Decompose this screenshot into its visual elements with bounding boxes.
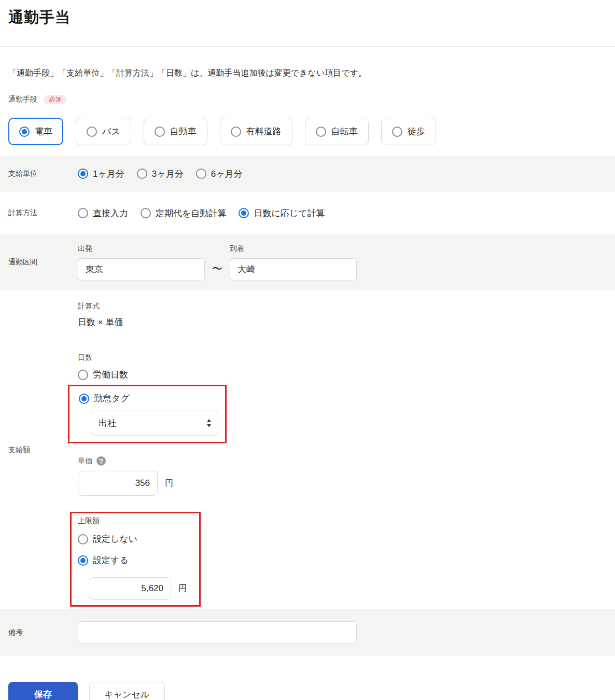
remarks-row: 備考 [0, 609, 615, 656]
immutable-fields-note: 「通勤手段」「支給単位」「計算方法」「日数」は、通勤手当追加後は変更できない項目… [8, 68, 607, 78]
commute-method-label-row: 通勤手段 必須 [8, 94, 607, 105]
radio-selected-icon [79, 394, 89, 404]
arrival-label: 到着 [230, 244, 357, 254]
radio-selected-icon [19, 127, 30, 137]
radio-unselected-icon [316, 127, 326, 137]
commute-method-radio-group: 電車 バス 自動車 有料道路 自転車 徒歩 [8, 118, 607, 145]
limit-amount-highlight-box: 上限額 設定しない 設定する 円 [70, 512, 201, 607]
radio-selected-icon [239, 208, 249, 218]
limit-amount-input[interactable] [90, 577, 171, 600]
arrival-field: 到着 [230, 244, 357, 281]
help-icon[interactable]: ? [96, 456, 106, 466]
radio-selected-icon [78, 169, 88, 179]
radio-unselected-icon [87, 127, 97, 137]
limit-input-row: 円 [90, 577, 199, 600]
radio-option-label: 3ヶ月分 [152, 168, 184, 180]
method-option-label: バス [102, 125, 120, 137]
days-option-working-days[interactable]: 労働日数 [78, 369, 607, 381]
payment-amount-content: 計算式 日数 × 単価 日数 労働日数 勤怠タグ 出社 [78, 290, 607, 609]
method-option-walk[interactable]: 徒歩 [381, 118, 436, 145]
method-option-car[interactable]: 自動車 [144, 118, 207, 145]
calc-method-radio-group: 直接入力 定期代を自動計算 日数に応じて計算 [78, 207, 325, 219]
departure-input[interactable] [78, 258, 205, 281]
limit-label: 上限額 [78, 516, 199, 526]
radio-option-label: 設定しない [93, 533, 137, 545]
method-option-label: 電車 [35, 125, 52, 137]
unit-price-input[interactable] [78, 471, 158, 496]
commute-method-section: 通勤手段 必須 電車 バス 自動車 有料道路 自転車 [0, 94, 615, 145]
radio-unselected-icon [78, 370, 88, 380]
commute-section-row: 通勤区間 出発 〜 到着 [0, 234, 615, 290]
arrival-input[interactable] [230, 258, 357, 281]
radio-option-label: 直接入力 [93, 207, 128, 219]
method-option-bus[interactable]: バス [76, 118, 131, 145]
attendance-tag-highlight-box: 勤怠タグ 出社 [68, 385, 227, 443]
unit-price-label-row: 単価 ? [78, 456, 607, 466]
days-option-attendance-tag[interactable]: 勤怠タグ [79, 393, 225, 404]
route-separator: 〜 [212, 262, 222, 276]
radio-unselected-icon [78, 208, 88, 218]
radio-unselected-icon [196, 169, 206, 179]
payment-unit-option-3month[interactable]: 3ヶ月分 [137, 168, 184, 180]
select-arrows-icon [206, 418, 212, 428]
page-title: 通勤手当 [8, 7, 607, 28]
attendance-tag-select[interactable]: 出社 [91, 411, 218, 436]
method-option-label: 自動車 [170, 125, 197, 137]
radio-selected-icon [78, 555, 88, 566]
unit-price-label: 単価 [78, 456, 92, 466]
payment-amount-label: 支給額 [8, 445, 78, 455]
remarks-input[interactable] [78, 621, 357, 644]
commuting-allowance-form: 通勤手当 「通勤手段」「支給単位」「計算方法」「日数」は、通勤手当追加後は変更で… [0, 0, 615, 700]
payment-unit-row: 支給単位 1ヶ月分 3ヶ月分 6ヶ月分 [0, 156, 615, 192]
calc-method-option-auto-pass[interactable]: 定期代を自動計算 [141, 207, 226, 219]
radio-unselected-icon [231, 127, 241, 137]
radio-unselected-icon [137, 169, 147, 179]
radio-option-label: 日数に応じて計算 [254, 207, 325, 219]
commute-section-label: 通勤区間 [8, 258, 78, 267]
remarks-label: 備考 [8, 628, 78, 637]
commute-method-label: 通勤手段 [8, 95, 37, 104]
formula-label: 計算式 [78, 302, 607, 311]
required-badge: 必須 [44, 95, 66, 104]
radio-option-label: 労働日数 [93, 369, 128, 381]
route-fields: 出発 〜 到着 [78, 244, 357, 281]
save-button[interactable]: 保存 [8, 682, 78, 700]
method-option-label: 有料道路 [246, 125, 282, 137]
radio-unselected-icon [155, 127, 165, 137]
radio-option-label: 6ヶ月分 [211, 168, 243, 180]
calc-method-row: 計算方法 直接入力 定期代を自動計算 日数に応じて計算 [0, 192, 615, 234]
departure-field: 出発 [78, 244, 205, 281]
attendance-tag-select-value: 出社 [99, 417, 116, 429]
method-option-toll-road[interactable]: 有料道路 [220, 118, 292, 145]
calc-method-option-by-days[interactable]: 日数に応じて計算 [239, 207, 325, 219]
cancel-button[interactable]: キャンセル [89, 682, 165, 700]
method-option-train[interactable]: 電車 [8, 118, 63, 145]
calc-method-option-direct[interactable]: 直接入力 [78, 207, 128, 219]
payment-unit-radio-group: 1ヶ月分 3ヶ月分 6ヶ月分 [78, 168, 243, 180]
departure-label: 出発 [78, 244, 205, 254]
radio-option-label: 勤怠タグ [94, 393, 130, 404]
payment-amount-row: 支給額 計算式 日数 × 単価 日数 労働日数 勤怠タグ 出社 [0, 290, 615, 609]
page-header: 通勤手当 [0, 0, 615, 47]
formula-value: 日数 × 単価 [78, 316, 607, 328]
radio-option-label: 定期代を自動計算 [156, 207, 226, 219]
limit-currency: 円 [178, 583, 187, 594]
limit-option-set[interactable]: 設定する [78, 554, 199, 566]
limit-option-no-set[interactable]: 設定しない [78, 533, 199, 545]
radio-unselected-icon [141, 208, 151, 218]
form-footer: 保存 キャンセル [0, 663, 615, 700]
payment-unit-option-6month[interactable]: 6ヶ月分 [196, 168, 243, 180]
method-option-label: 徒歩 [408, 125, 425, 137]
radio-unselected-icon [78, 534, 88, 544]
payment-unit-option-1month[interactable]: 1ヶ月分 [78, 168, 124, 180]
unit-price-currency: 円 [165, 478, 173, 489]
unit-price-input-row: 円 [78, 471, 607, 496]
radio-option-label: 1ヶ月分 [93, 168, 124, 180]
method-option-bicycle[interactable]: 自転車 [305, 118, 369, 145]
radio-unselected-icon [392, 127, 402, 137]
radio-option-label: 設定する [93, 554, 129, 566]
payment-unit-label: 支給単位 [8, 169, 78, 178]
method-option-label: 自転車 [331, 125, 358, 137]
days-label: 日数 [78, 353, 607, 362]
calc-method-label: 計算方法 [8, 208, 78, 218]
